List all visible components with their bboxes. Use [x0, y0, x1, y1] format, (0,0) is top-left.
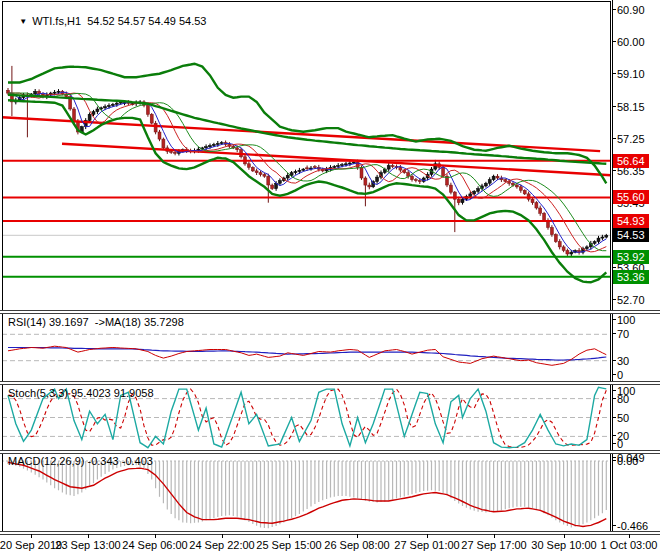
time-axis-label: 27 Sep 17:00 [459, 539, 529, 551]
time-axis-tick [31, 534, 32, 538]
stoch-indicator-label: Stoch(5,3,3) 95.4023 91.9058 [8, 387, 154, 399]
bollinger-bands [8, 64, 606, 283]
price-axis-label: 60.00 [617, 36, 645, 48]
macd-indicator-label: MACD(12,26,9) -0.343 -0.403 [8, 455, 153, 467]
time-axis-tick [222, 534, 223, 538]
price-axis-label: 58.15 [617, 101, 645, 113]
stoch-axis-label: 80 [617, 393, 629, 405]
chart-title: ▼WTI.fs,H1 54.52 54.57 54.49 54.53 [7, 3, 206, 39]
stoch-axis-label: 50 [617, 412, 629, 424]
time-axis-tick [357, 534, 358, 538]
bid-price-badge: 54.53 [613, 228, 649, 242]
price-level-badge: 54.93 [613, 214, 649, 228]
panel-divider[interactable] [0, 310, 660, 314]
price-level-badge: 56.64 [613, 154, 649, 168]
rsi-indicator-label: RSI(14) 39.1697 ->MA(18) 35.7298 [8, 316, 184, 328]
rsi-axis-label: 0 [617, 369, 623, 381]
symbol-collapse-icon[interactable]: ▼ [19, 17, 27, 26]
time-axis-label: 26 Sep 08:00 [322, 539, 392, 551]
panel-divider[interactable] [0, 531, 660, 535]
time-axis-label: 25 Sep 15:00 [254, 539, 324, 551]
rsi-ma-line [8, 348, 606, 361]
macd-axis-label: -0.466 [617, 520, 648, 532]
time-axis-label: 30 Sep 10:00 [529, 539, 599, 551]
macd-panel-layer [2, 461, 611, 528]
time-axis-tick [494, 534, 495, 538]
price-axis-label: 60.90 [617, 4, 645, 16]
stoch-axis-label: 0 [617, 438, 623, 450]
time-axis-tick [564, 534, 565, 538]
price-axis-label: 57.25 [617, 133, 645, 145]
time-axis-label: 1 Oct 03:00 [594, 539, 660, 551]
time-axis-tick [88, 534, 89, 538]
price-axis-label: 52.70 [617, 294, 645, 306]
time-axis-label: 23 Sep 13:00 [53, 539, 123, 551]
rsi-axis-label: 30 [617, 355, 629, 367]
rsi-panel-layer [2, 334, 611, 365]
time-axis-label: 24 Sep 06:00 [120, 539, 190, 551]
price-levels[interactable] [2, 161, 611, 277]
panel-divider[interactable] [0, 381, 660, 385]
macd-axis-label: 0.00 [617, 455, 638, 467]
time-axis-label: 24 Sep 22:00 [187, 539, 257, 551]
rsi-line [8, 346, 606, 365]
chart-canvas[interactable] [0, 0, 612, 560]
time-axis-label: 27 Sep 01:00 [392, 539, 462, 551]
chart-window: ▼WTI.fs,H1 54.52 54.57 54.49 54.53 RSI(1… [0, 0, 660, 560]
fast-ma-lines [8, 92, 606, 252]
price-level-badge: 55.60 [613, 190, 649, 204]
panel-divider[interactable] [0, 450, 660, 454]
time-axis-tick [629, 534, 630, 538]
time-axis-tick [427, 534, 428, 538]
time-axis-tick [289, 534, 290, 538]
trendlines[interactable] [2, 117, 611, 175]
chart-quotes: 54.52 54.57 54.49 54.53 [87, 15, 206, 27]
chart-symbol: WTI.fs,H1 [32, 15, 81, 27]
price-axis-label: 59.10 [617, 68, 645, 80]
rsi-axis-label: 100 [617, 314, 635, 326]
price-level-badge: 53.92 [613, 250, 649, 264]
rsi-axis-label: 70 [617, 328, 629, 340]
band-lower [8, 100, 606, 282]
time-axis-tick [155, 534, 156, 538]
price-level-badge: 53.36 [613, 270, 649, 284]
